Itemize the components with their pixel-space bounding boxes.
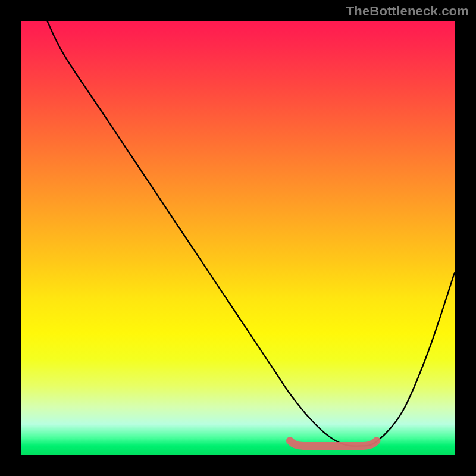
bottleneck-curve bbox=[48, 21, 455, 446]
chart-plot-area bbox=[21, 21, 455, 455]
optimal-band bbox=[290, 441, 377, 446]
chart-svg bbox=[21, 21, 455, 455]
chart-frame: TheBottleneck.com bbox=[0, 0, 476, 476]
watermark-text: TheBottleneck.com bbox=[346, 4, 469, 19]
